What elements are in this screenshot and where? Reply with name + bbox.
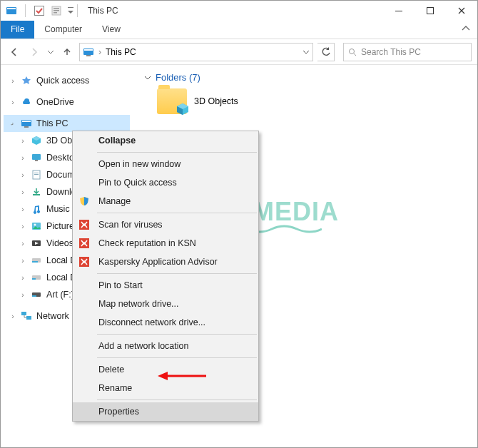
close-button[interactable]: [446, 1, 477, 21]
nav-label: Quick access: [36, 76, 89, 86]
svg-rect-4: [54, 8, 59, 9]
chevron-down-icon[interactable]: ›: [8, 118, 19, 129]
maximize-button[interactable]: [415, 1, 446, 21]
ctx-open-new-window[interactable]: Open in new window: [73, 155, 258, 173]
qat-checkbox-icon[interactable]: [33, 4, 46, 17]
svg-rect-21: [34, 173, 39, 173]
chevron-right-icon[interactable]: ›: [19, 274, 26, 282]
cloud-icon: [21, 96, 32, 108]
ctx-separator: [97, 334, 257, 335]
nav-label: OneDrive: [36, 97, 74, 107]
context-menu: Collapse Open in new window Pin to Quick…: [72, 131, 259, 422]
forward-button[interactable]: [26, 44, 42, 60]
star-icon: [21, 75, 32, 86]
cube-icon: [31, 135, 42, 146]
ctx-separator: [97, 213, 257, 213]
network-icon: [21, 310, 32, 322]
svg-rect-32: [32, 295, 36, 297]
svg-rect-5: [54, 10, 59, 11]
app-icon: [5, 4, 18, 17]
chevron-right-icon[interactable]: ›: [19, 257, 26, 265]
minimize-button[interactable]: [383, 1, 415, 21]
ribbon-tabs: File Computer View: [1, 21, 477, 39]
svg-point-25: [34, 224, 36, 226]
ctx-separator: [97, 357, 257, 358]
drive-icon: [31, 255, 42, 266]
folders-group-header[interactable]: Folders (7): [144, 72, 466, 83]
ctx-rename[interactable]: Rename: [73, 379, 258, 397]
ctx-disconnect-drive[interactable]: Disconnect network drive...: [73, 313, 258, 332]
tab-view[interactable]: View: [92, 21, 131, 39]
svg-rect-17: [24, 126, 29, 128]
ctx-manage[interactable]: Manage: [73, 192, 258, 210]
chevron-down-icon[interactable]: [144, 74, 151, 81]
address-text: This PC: [106, 47, 136, 57]
chevron-right-icon[interactable]: ›: [19, 137, 26, 145]
chevron-right-icon[interactable]: ›: [19, 291, 26, 299]
chevron-right-icon[interactable]: ›: [19, 154, 26, 162]
nav-quick-access[interactable]: › Quick access: [4, 72, 130, 89]
this-pc-icon: [83, 47, 94, 57]
ctx-delete[interactable]: Delete: [73, 360, 258, 379]
quick-access-toolbar: [5, 4, 74, 17]
svg-point-13: [350, 49, 355, 54]
nav-onedrive[interactable]: › OneDrive: [4, 93, 130, 111]
picture-icon: [31, 220, 42, 232]
ctx-check-ksn[interactable]: Check reputation in KSN: [73, 234, 258, 253]
chevron-right-icon[interactable]: ›: [9, 312, 16, 320]
back-button[interactable]: [6, 44, 22, 60]
nav-label: This PC: [36, 118, 68, 128]
ctx-properties[interactable]: Properties: [73, 402, 258, 421]
up-button[interactable]: [59, 44, 75, 60]
chevron-right-icon[interactable]: ›: [9, 77, 16, 85]
title-separator: [77, 4, 78, 17]
recent-dropdown-icon[interactable]: [46, 44, 55, 60]
address-dropdown-icon[interactable]: [302, 49, 310, 56]
qat-properties-icon[interactable]: [50, 4, 63, 17]
address-bar[interactable]: › This PC: [79, 43, 313, 61]
address-chevron-icon[interactable]: ›: [98, 47, 101, 57]
ctx-separator: [97, 273, 257, 274]
ctx-scan-viruses[interactable]: Scan for viruses: [73, 215, 258, 234]
folder-item-3d-objects[interactable]: 3D Objects: [157, 88, 466, 114]
desktop-icon: [31, 152, 42, 163]
svg-rect-18: [32, 154, 41, 160]
svg-rect-2: [35, 6, 44, 16]
chevron-right-icon[interactable]: ›: [19, 240, 26, 248]
chevron-right-icon[interactable]: ›: [19, 205, 26, 213]
ctx-kaspersky-advisor[interactable]: Kaspersky Application Advisor: [73, 253, 258, 271]
title-bar: This PC: [1, 1, 477, 21]
nav-label: Network: [36, 311, 69, 321]
chevron-right-icon[interactable]: ›: [19, 188, 26, 196]
svg-line-14: [354, 54, 356, 56]
refresh-button[interactable]: [317, 43, 335, 61]
svg-rect-16: [22, 121, 31, 122]
chevron-right-icon[interactable]: ›: [19, 171, 26, 179]
ctx-pin-quick-access[interactable]: Pin to Quick access: [73, 173, 258, 192]
folder-icon: [157, 88, 187, 114]
pc-icon: [21, 118, 32, 129]
window-controls: [383, 1, 477, 21]
ribbon-toggle-icon[interactable]: [454, 21, 477, 39]
nav-this-pc[interactable]: › This PC: [4, 115, 130, 132]
ctx-add-network-location[interactable]: Add a network location: [73, 337, 258, 355]
chevron-right-icon[interactable]: ›: [19, 223, 26, 230]
ctx-map-drive[interactable]: Map network drive...: [73, 295, 258, 313]
document-icon: [31, 169, 42, 180]
kaspersky-icon: [78, 256, 90, 268]
music-icon: [31, 203, 42, 215]
svg-rect-23: [33, 194, 40, 195]
chevron-right-icon[interactable]: ›: [9, 98, 16, 106]
file-tab[interactable]: File: [1, 21, 34, 39]
svg-rect-11: [84, 49, 93, 51]
qat-dropdown-icon[interactable]: [67, 4, 74, 17]
ctx-collapse[interactable]: Collapse: [73, 131, 258, 150]
svg-rect-7: [68, 7, 73, 8]
svg-rect-9: [427, 8, 434, 14]
svg-rect-1: [7, 8, 16, 9]
svg-rect-19: [35, 160, 38, 161]
video-icon: [31, 238, 42, 249]
tab-computer[interactable]: Computer: [34, 21, 92, 39]
ctx-pin-start[interactable]: Pin to Start: [73, 276, 258, 295]
search-box[interactable]: Search This PC: [343, 43, 472, 61]
